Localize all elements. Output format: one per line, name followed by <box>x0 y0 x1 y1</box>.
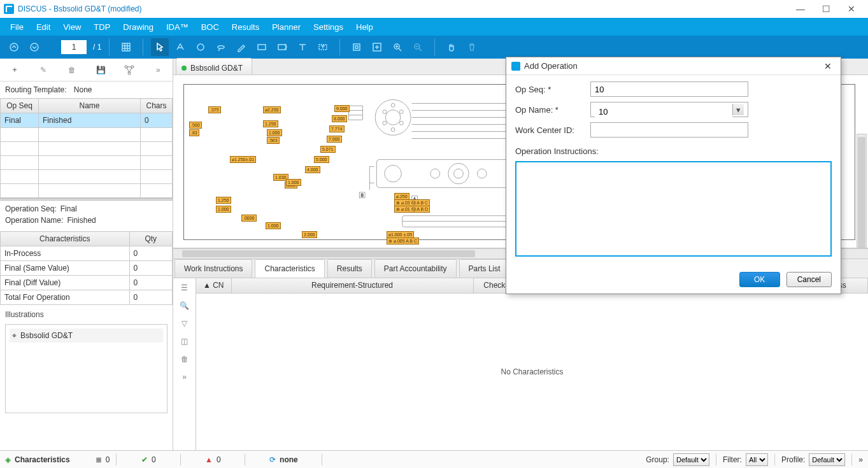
zoom-out-icon[interactable] <box>409 38 427 56</box>
overflow-icon[interactable]: » <box>858 455 863 464</box>
col-name[interactable]: Name <box>39 99 141 113</box>
grid-icon[interactable] <box>117 38 135 56</box>
workcenter-input[interactable] <box>590 122 748 138</box>
minimize-button[interactable]: — <box>788 0 813 18</box>
search-icon[interactable]: 🔍 <box>180 301 189 310</box>
more-icon[interactable]: » <box>152 64 164 76</box>
zoom-area-icon[interactable] <box>348 38 366 56</box>
maximize-button[interactable]: ☐ <box>813 0 839 18</box>
nav-up-icon[interactable] <box>5 38 23 56</box>
filter-select[interactable]: All <box>746 453 768 466</box>
table-row[interactable]: Final Finished 0 <box>1 113 173 128</box>
pointer-tool[interactable] <box>151 38 169 56</box>
svg-rect-2 <box>122 43 130 51</box>
page-input[interactable] <box>61 40 87 54</box>
filter-icon[interactable]: ▽ <box>181 319 187 328</box>
opseq-input[interactable] <box>590 82 748 97</box>
lasso-tool-icon[interactable] <box>212 38 230 56</box>
operation-info: Operation Seq:Final Operation Name:Finis… <box>0 201 173 231</box>
rect-tool-icon[interactable] <box>253 38 271 56</box>
opname-input[interactable] <box>595 104 732 119</box>
svg-point-21 <box>399 121 403 125</box>
columns-icon[interactable]: ◫ <box>181 337 188 346</box>
compass-icon: ⌖ <box>12 331 17 340</box>
zoom-in-icon[interactable] <box>388 38 406 56</box>
textbox-tool-icon[interactable] <box>314 38 332 56</box>
menu-view[interactable]: View <box>57 20 87 34</box>
menu-boc[interactable]: BOC <box>195 20 225 34</box>
menu-planner[interactable]: Planner <box>266 20 307 34</box>
svg-point-3 <box>197 44 204 50</box>
trash-icon[interactable]: 🗑 <box>66 64 78 76</box>
svg-point-28 <box>477 169 487 178</box>
fit-icon[interactable] <box>368 38 386 56</box>
menu-ida[interactable]: IDA™ <box>160 20 195 34</box>
text-tool-icon[interactable] <box>294 38 311 56</box>
svg-point-17 <box>385 110 401 125</box>
pencil-tool-icon[interactable] <box>232 38 250 56</box>
illustrations-list[interactable]: ⌖ Bsbsolid GD&T <box>5 324 167 413</box>
ok-button[interactable]: OK <box>739 272 780 287</box>
refresh-icon: ⟳ <box>269 455 276 464</box>
tab-results[interactable]: Results <box>327 259 372 278</box>
list-item[interactable]: ⌖ Bsbsolid GD&T <box>10 329 163 343</box>
vertical-scrollbar[interactable] <box>857 134 867 248</box>
flag-tool-icon[interactable] <box>273 38 291 56</box>
operations-table[interactable]: Op Seq Name Chars Final Finished 0 <box>0 98 173 198</box>
table-row[interactable] <box>1 128 173 142</box>
table-row[interactable] <box>1 142 173 156</box>
menu-edit[interactable]: Edit <box>30 20 57 34</box>
profile-select[interactable]: Default <box>809 453 845 466</box>
grid-side-toolbar: ☰ 🔍 ▽ ◫ 🗑 » <box>173 278 196 451</box>
tab-characteristics[interactable]: Characteristics <box>255 259 324 278</box>
dialog-close-button[interactable]: ✕ <box>820 61 836 71</box>
dialog-title: Add Operation <box>524 61 578 71</box>
delete-icon[interactable] <box>463 38 481 56</box>
menu-file[interactable]: File <box>4 20 30 34</box>
col-chars[interactable]: Chars <box>141 99 173 113</box>
text-annotation-icon[interactable] <box>171 38 189 56</box>
network-icon[interactable] <box>123 64 136 76</box>
table-row[interactable] <box>1 170 173 184</box>
edit-icon[interactable]: ✎ <box>37 64 50 76</box>
svg-point-0 <box>10 43 18 51</box>
chevron-down-icon[interactable]: ▾ <box>732 104 744 115</box>
list-view-icon[interactable]: ☰ <box>181 283 188 292</box>
cancel-button[interactable]: Cancel <box>786 272 832 287</box>
instructions-textarea[interactable] <box>515 161 832 257</box>
tab-work-instructions[interactable]: Work Instructions <box>174 259 252 278</box>
svg-point-26 <box>454 169 464 178</box>
col-opseq[interactable]: Op Seq <box>1 99 39 113</box>
status-dot-icon <box>181 66 187 71</box>
svg-point-1 <box>31 43 38 51</box>
svg-point-19 <box>399 110 403 114</box>
svg-rect-4 <box>258 45 266 50</box>
doc-tab[interactable]: Bsbsolid GD&T <box>176 58 252 74</box>
menu-drawing[interactable]: Drawing <box>117 20 160 34</box>
nav-down-icon[interactable] <box>25 38 43 56</box>
tab-parts-list[interactable]: Parts List <box>459 259 510 278</box>
close-button[interactable]: ✕ <box>839 0 864 18</box>
opname-combo[interactable]: ▾ <box>590 102 748 117</box>
circle-tool-icon[interactable] <box>192 38 210 56</box>
add-icon[interactable]: ＋ <box>8 64 21 76</box>
grid-empty-message: No Characteristics <box>196 294 868 451</box>
svg-point-25 <box>448 163 469 183</box>
menu-settings[interactable]: Settings <box>307 20 350 34</box>
table-row[interactable] <box>1 184 173 198</box>
tab-part-accountability[interactable]: Part Accountability <box>374 259 457 278</box>
menu-results[interactable]: Results <box>225 20 266 34</box>
check-icon: ✔ <box>141 455 148 464</box>
trash-icon[interactable]: 🗑 <box>181 355 189 364</box>
dialog-titlebar[interactable]: Add Operation ✕ <box>506 57 841 75</box>
svg-point-20 <box>383 121 387 125</box>
left-panel: ＋ ✎ 🗑 💾 » Routing Template: None Op Seq … <box>0 59 173 450</box>
save-icon[interactable]: 💾 <box>94 64 107 76</box>
group-select[interactable]: Default <box>673 453 709 466</box>
menu-help[interactable]: Help <box>350 20 380 34</box>
more-icon[interactable]: » <box>182 372 187 381</box>
pan-tool-icon[interactable] <box>443 38 460 56</box>
menu-tdp[interactable]: TDP <box>87 20 117 34</box>
table-row[interactable] <box>1 156 173 170</box>
opname-label: Op Name: * <box>515 105 585 115</box>
